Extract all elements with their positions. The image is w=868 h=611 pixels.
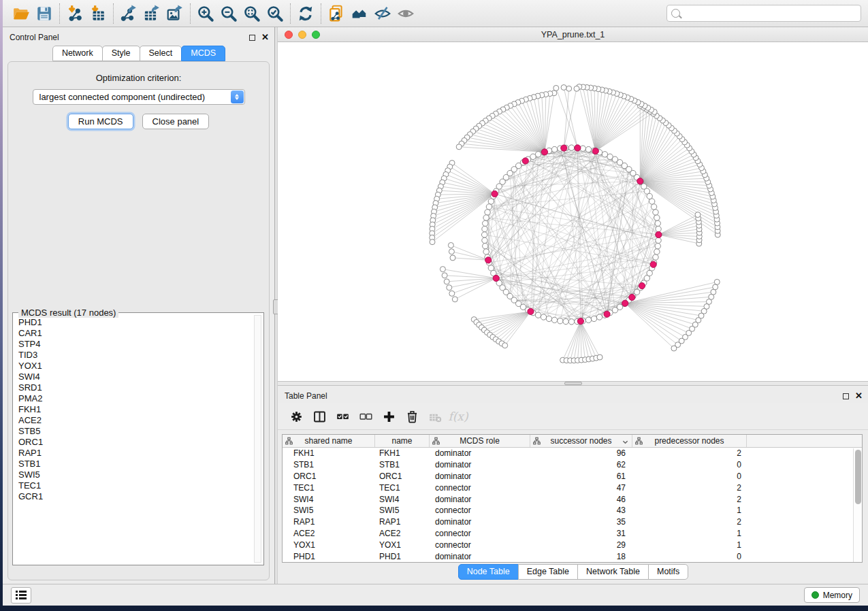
float-panel-icon[interactable] [249,35,255,41]
cell: RAP1 [375,517,430,527]
mcds-result-item[interactable]: PMA2 [18,393,253,404]
table-row[interactable]: ORC1ORC1dominator610 [283,471,862,482]
import-table-icon[interactable] [86,3,110,24]
criterion-select[interactable]: largest connected component (undirected) [33,89,245,105]
mcds-result-item[interactable]: ACE2 [18,415,253,426]
run-mcds-button[interactable]: Run MCDS [68,114,133,129]
zoom-out-icon[interactable] [217,3,240,24]
column-header-successor-nodes[interactable]: successor nodes [530,435,632,447]
open-session-icon[interactable] [10,3,33,24]
zoom-selected-icon[interactable] [263,3,287,24]
column-label: MCDS role [460,436,500,446]
cell: dominator [430,517,530,527]
tab-style[interactable]: Style [102,46,140,61]
cell: SWI4 [283,495,375,504]
cell: dominator [430,552,530,561]
column-header-MCDS-role[interactable]: MCDS role [430,435,530,447]
select-all-columns-icon[interactable] [332,407,353,426]
close-panel-icon[interactable]: ✕ [855,393,863,399]
tab-edge-table[interactable]: Edge Table [518,564,578,580]
mcds-result-item[interactable]: STB5 [18,426,253,437]
sort-desc-icon [622,437,628,447]
mcds-result-item[interactable]: SRD1 [18,382,253,393]
table-panel: Table Panel ✕ f(x) shared namenameMCDS r… [278,386,868,584]
add-column-icon[interactable] [379,407,399,426]
mcds-result-item[interactable]: TEC1 [18,480,253,491]
float-panel-icon[interactable] [843,393,849,399]
save-session-icon[interactable] [33,3,56,24]
table-row[interactable]: YOX1YOX1connector291 [283,539,862,550]
column-type-icon [432,437,440,447]
zoom-in-icon[interactable] [194,3,217,24]
mcds-result-item[interactable]: GCR1 [18,491,253,502]
column-label: predecessor nodes [654,436,724,446]
cell: 46 [530,495,632,504]
table-row[interactable]: SWI5SWI5connector431 [283,505,862,516]
memory-button[interactable]: Memory [804,587,860,603]
mcds-result-item[interactable]: STB1 [18,459,253,469]
refresh-layout-icon[interactable] [294,3,317,24]
tab-select[interactable]: Select [140,46,182,61]
mcds-result-list[interactable]: PHD1CAR1STP4TID3YOX1SWI4SRD1PMA2FKH1ACE2… [18,317,253,562]
mcds-result-item[interactable]: TID3 [18,350,253,361]
table-row[interactable]: FKH1FKH1dominator962 [283,448,862,459]
mcds-result-item[interactable]: PHD1 [18,317,253,328]
first-neighbors-icon[interactable] [348,3,371,24]
tab-mcds[interactable]: MCDS [181,46,225,61]
export-network-icon[interactable] [117,3,140,24]
search-input[interactable] [684,9,856,18]
tab-network[interactable]: Network [52,46,103,61]
search-box[interactable] [666,5,861,22]
network-canvas[interactable] [278,42,868,381]
graphics-details-icon[interactable] [394,3,417,24]
cell: connector [430,529,530,538]
mcds-result-item[interactable]: FKH1 [18,404,253,415]
list-icon [16,591,27,599]
mcds-result-item[interactable]: STP4 [18,339,253,350]
table-row[interactable]: TEC1TEC1connector472 [283,482,862,493]
import-network-icon[interactable] [63,3,86,24]
new-network-from-selection-icon[interactable] [325,3,348,24]
table-row[interactable]: SWI4SWI4dominator462 [283,493,862,505]
unselect-all-columns-icon[interactable] [355,407,376,426]
tab-motifs[interactable]: Motifs [648,564,688,580]
table-row[interactable]: ACE2ACE2connector311 [283,528,862,540]
tab-node-table[interactable]: Node Table [458,564,519,580]
splitter-handle[interactable] [564,382,582,385]
mcds-list-scrollbar[interactable] [254,315,261,563]
mcds-result-item[interactable]: SWI5 [18,469,253,480]
delete-column-icon[interactable] [402,407,422,426]
scrollbar-thumb[interactable] [855,450,861,504]
toolbar-icon-group [10,3,417,24]
cell: dominator [430,472,530,481]
column-header-name[interactable]: name [375,435,430,447]
column-header-shared-name[interactable]: shared name [283,435,375,447]
cell: dominator [430,460,530,469]
table-scrollbar[interactable] [853,448,862,562]
export-table-icon[interactable] [140,3,163,24]
table-row[interactable]: PHD1PHD1dominator180 [283,550,862,562]
hide-selected-icon[interactable] [371,3,394,24]
horizontal-splitter[interactable] [278,381,868,386]
mcds-result-item[interactable]: YOX1 [18,361,253,371]
mcds-result-item[interactable]: RAP1 [18,448,253,459]
table-row[interactable]: STB1STB1dominator620 [283,459,862,471]
column-header-predecessor-nodes[interactable]: predecessor nodes [632,435,747,447]
application-window: Control Panel ✕ NetworkStyleSelectMCDS O… [3,0,868,606]
close-panel-icon[interactable]: ✕ [261,34,269,41]
toolbar-separator [113,3,114,24]
export-image-icon[interactable] [163,3,187,24]
control-panel: Control Panel ✕ NetworkStyleSelectMCDS O… [3,27,274,584]
cell: TEC1 [283,483,375,493]
task-history-button[interactable] [11,587,31,604]
close-panel-button[interactable]: Close panel [142,114,210,129]
table-row[interactable]: RAP1RAP1dominator352 [283,516,862,528]
tab-network-table[interactable]: Network Table [577,564,649,580]
network-graph[interactable] [278,42,868,381]
split-columns-icon[interactable] [309,407,329,426]
mcds-result-item[interactable]: ORC1 [18,437,253,448]
zoom-fit-icon[interactable] [240,3,263,24]
mcds-result-item[interactable]: CAR1 [18,328,253,339]
mcds-result-item[interactable]: SWI4 [18,371,253,382]
settings-gear-icon[interactable] [286,407,306,426]
